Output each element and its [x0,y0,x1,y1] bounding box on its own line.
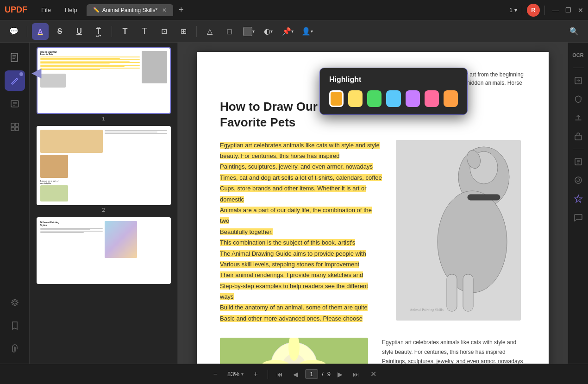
page-current-input[interactable] [305,369,318,379]
thumbnail-page-2[interactable]: Animals are a part ofour daily life 2 [34,126,173,213]
sidebar-active-dot [19,72,23,76]
toolbar: 💬 A S U T̃ T T ⊡ ⊞ △ ◻ ▾ ◐▾ 📌▾ 👤▾ 🔍 [0,20,588,43]
page-total: 9 [327,371,331,378]
sep [522,6,522,15]
right-upload-icon[interactable] [570,110,586,126]
sidebar-item-annotate[interactable] [5,70,25,91]
page-last-button[interactable]: ⏭ [350,368,362,380]
sidebar-item-bookmark[interactable] [5,315,25,336]
tab-close-icon[interactable]: ✕ [162,7,167,13]
highlight-line-8: The Animal Drawing Guide aims to provide… [220,250,366,257]
tab-document[interactable]: ✏️ Animal Painting Skills* ✕ [87,4,173,16]
right-compress-icon[interactable] [570,172,586,188]
color-swatch-orange[interactable] [329,90,344,107]
sidebar-item-layers[interactable] [5,292,25,313]
color-swatch-green[interactable] [367,90,382,107]
strikethrough-button[interactable]: S [51,23,68,40]
search-button[interactable]: 🔍 [566,23,582,40]
page-first-button[interactable]: ⏮ [274,368,286,380]
close-button[interactable]: ✕ [578,6,583,14]
toolbar-sep-1 [27,26,27,37]
comment-button[interactable]: 💬 [6,23,22,40]
zoom-out-button[interactable]: − [209,368,222,381]
menu-help[interactable]: Help [60,5,82,15]
thumb-num-2: 2 [102,207,105,213]
page-dropdown-icon[interactable]: ▾ [514,7,517,13]
text2-button[interactable]: T [136,23,153,40]
right-pages-icon[interactable] [570,154,586,170]
zoom-in-button[interactable]: + [249,368,262,381]
zoom-plus-icon: + [253,370,257,378]
stamp-button[interactable]: ◻ [221,23,238,40]
highlight-line-7: This combination is the subject of this … [220,239,355,246]
shape-button[interactable]: △ [201,23,218,40]
zoom-level-display[interactable]: 83% ▾ [227,371,244,378]
underline-button[interactable]: U [71,23,88,40]
right-chat-icon[interactable] [570,209,586,225]
new-tab-button[interactable]: + [175,4,188,16]
thumb-num-1: 1 [102,116,105,121]
topbar-right: 1 ▾ R — ❐ ✕ [509,4,583,17]
color-button[interactable]: ▾ [240,23,257,40]
page-next-button[interactable]: ▶ [334,368,346,380]
maximize-button[interactable]: ❐ [565,6,571,14]
color-swatch-purple[interactable] [406,90,420,107]
highlight-line-1: Egyptian art celebrates animals like cat… [220,142,380,159]
right-sidebar: OCR [568,43,588,364]
page-separator: / [322,371,324,378]
thumbnail-page-3[interactable]: Different PaintingStyles [34,217,173,284]
window-controls: — ❐ ✕ [552,6,583,14]
thumb-box-2[interactable]: Animals are a part ofour daily life [37,126,171,205]
left-sidebar [0,43,30,364]
menu-file[interactable]: File [37,5,56,15]
svg-rect-33 [575,135,582,140]
right-ai-icon[interactable] [570,191,586,207]
app-logo: UPDF [5,5,27,15]
main-area: ◀ How to Draw OurFavorite Pets [0,43,588,364]
svg-rect-18 [447,274,457,311]
color-swatch-yellow[interactable] [348,90,363,107]
right-convert-icon[interactable] [570,73,586,88]
thumb-box-1[interactable]: How to Draw OurFavorite Pets [37,47,171,114]
highlight-button[interactable]: A [32,23,49,40]
sidebar-arrow-indicator: ◀ [31,65,42,80]
sidebar-item-attachment[interactable] [5,339,25,359]
sidebar-item-organize[interactable] [5,117,25,137]
wavy-underline-button[interactable]: T̃ [90,23,107,40]
svg-rect-9 [11,123,14,126]
thumb-box-3[interactable]: Different PaintingStyles [37,217,171,284]
highlight-color-popup: Highlight [319,68,468,115]
person-button[interactable]: 👤▾ [299,23,315,40]
highlight-line-11: Step-by-step examples to help readers se… [220,283,368,300]
zoom-dropdown-icon[interactable]: ▾ [241,371,244,377]
pdf-image-right: Animal Painting Skills [396,140,525,324]
minimize-button[interactable]: — [552,6,559,14]
page-selector[interactable]: 1 ▾ [509,7,517,13]
sidebar-item-pages[interactable] [5,47,25,68]
right-ocr-icon[interactable]: OCR [570,47,586,63]
pin-button[interactable]: 📌▾ [279,23,296,40]
right-protect-icon[interactable] [570,91,586,107]
textbox-button[interactable]: ⊡ [156,23,172,40]
svg-point-38 [575,177,582,183]
tab-edit-icon: ✏️ [93,7,100,13]
right-sep-2 [573,149,584,149]
color-swatch-blue[interactable] [386,90,400,107]
tab-title: Animal Painting Skills* [102,7,157,13]
page-nav-close-button[interactable]: ✕ [368,369,379,379]
page-number-display: 1 [509,7,513,13]
svg-rect-12 [15,127,19,131]
color-swatch-pink[interactable] [425,90,439,107]
right-share-icon[interactable] [570,128,586,144]
user-avatar[interactable]: R [527,4,540,17]
color2-button[interactable]: ◐▾ [260,23,276,40]
highlight-line-10: Their animal renderings. I provide many … [220,271,363,278]
sep2 [544,6,545,15]
sidebar-item-edit[interactable] [5,94,25,114]
highlighted-text-block: Egyptian art celebrates animals like cat… [220,140,382,324]
text-button[interactable]: T [117,23,133,40]
thumbnail-page-1[interactable]: How to Draw OurFavorite Pets [34,47,173,121]
color-swatch-coral[interactable] [444,90,458,107]
table-button[interactable]: ⊞ [175,23,192,40]
page-prev-button[interactable]: ◀ [289,368,301,380]
